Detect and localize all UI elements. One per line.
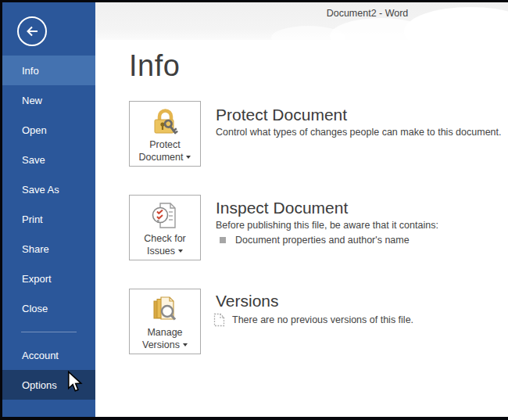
- back-arrow-icon: [23, 22, 41, 41]
- check-for-issues-button[interactable]: Check for Issues: [129, 195, 201, 260]
- manage-versions-button-label: Manage Versions: [142, 326, 188, 352]
- sidebar-item-share[interactable]: Share: [2, 234, 95, 264]
- protect-document-button[interactable]: Protect Document: [129, 101, 201, 167]
- sidebar-item-save[interactable]: Save: [2, 145, 95, 174]
- menu-divider: [21, 332, 77, 332]
- inspect-document-icon: [149, 199, 181, 232]
- sidebar-item-close[interactable]: Close: [2, 293, 95, 323]
- sidebar-item-account[interactable]: Account: [2, 340, 95, 370]
- versions-note-text: There are no previous versions of this f…: [232, 314, 413, 325]
- dropdown-arrow-icon: [178, 249, 183, 253]
- backstage-sidebar: Info New Open Save Save As Print Share E…: [2, 2, 95, 417]
- inspect-document-description: Before publishing this file, be aware th…: [216, 220, 438, 231]
- menu-gap: [2, 323, 95, 340]
- inspect-bullet-item: Document properties and author's name: [220, 235, 410, 246]
- inspect-bullet-text: Document properties and author's name: [235, 235, 410, 246]
- backstage-menu: Info New Open Save Save As Print Share E…: [2, 56, 95, 400]
- manage-versions-icon: [149, 293, 181, 326]
- sidebar-item-new[interactable]: New: [2, 85, 95, 115]
- lock-key-icon: [149, 106, 181, 138]
- sidebar-item-info[interactable]: Info: [2, 56, 95, 85]
- backstage-main-pane: Info Protect Doc: [95, 2, 508, 417]
- bullet-square-icon: [220, 237, 226, 243]
- manage-versions-button[interactable]: Manage Versions: [129, 289, 201, 354]
- protect-document-button-label: Protect Document: [139, 138, 191, 164]
- window-title: Document2 - Word: [250, 8, 485, 19]
- sidebar-item-print[interactable]: Print: [2, 204, 95, 234]
- draft-file-icon: [213, 313, 225, 327]
- versions-heading: Versions: [216, 292, 279, 311]
- back-button[interactable]: [17, 16, 47, 46]
- inspect-document-heading: Inspect Document: [216, 199, 348, 217]
- sidebar-item-save-as[interactable]: Save As: [2, 174, 95, 204]
- sidebar-item-options[interactable]: Options: [2, 370, 95, 400]
- versions-note-row: There are no previous versions of this f…: [213, 313, 413, 327]
- protect-document-description: Control what types of changes people can…: [216, 127, 502, 138]
- window-border: [0, 0, 2, 420]
- page-title: Info: [129, 49, 180, 83]
- sidebar-item-export[interactable]: Export: [2, 264, 95, 293]
- check-for-issues-button-label: Check for Issues: [144, 232, 186, 258]
- word-backstage-window: Document2 - Word Info: [0, 0, 508, 420]
- window-border: [0, 417, 508, 420]
- dropdown-arrow-icon: [183, 343, 188, 346]
- window-border: [0, 0, 508, 2]
- dropdown-arrow-icon: [186, 156, 191, 159]
- sidebar-item-open[interactable]: Open: [2, 115, 95, 145]
- protect-document-heading: Protect Document: [216, 106, 347, 124]
